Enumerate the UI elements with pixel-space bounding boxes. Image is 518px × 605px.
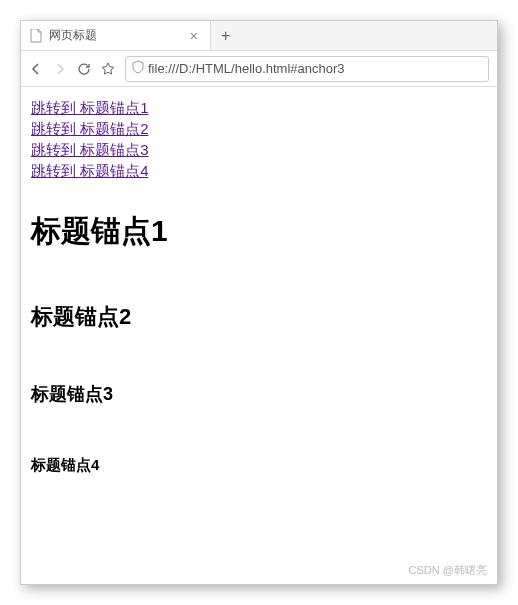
forward-button[interactable] — [53, 62, 67, 76]
page-content: 跳转到 标题锚点1 跳转到 标题锚点2 跳转到 标题锚点3 跳转到 标题锚点4 … — [21, 87, 497, 584]
anchor-link-3[interactable]: 跳转到 标题锚点3 — [31, 139, 487, 160]
heading-1: 标题锚点1 — [31, 211, 487, 252]
heading-4: 标题锚点4 — [31, 456, 487, 475]
anchor-link-4[interactable]: 跳转到 标题锚点4 — [31, 160, 487, 181]
tab-active[interactable]: 网页标题 × — [21, 21, 211, 50]
anchor-link-2[interactable]: 跳转到 标题锚点2 — [31, 118, 487, 139]
new-tab-button[interactable]: + — [211, 27, 240, 45]
browser-window: 网页标题 × + 跳转到 标题锚点1 跳转到 标题锚点2 跳转到 标题锚点3 — [20, 20, 498, 585]
nav-bar — [21, 51, 497, 87]
heading-3: 标题锚点3 — [31, 382, 487, 406]
watermark: CSDN @韩曙亮 — [409, 563, 487, 578]
heading-2: 标题锚点2 — [31, 302, 487, 332]
tab-bar: 网页标题 × + — [21, 21, 497, 51]
shield-icon — [132, 60, 144, 77]
link-list: 跳转到 标题锚点1 跳转到 标题锚点2 跳转到 标题锚点3 跳转到 标题锚点4 — [31, 97, 487, 181]
reload-button[interactable] — [77, 62, 91, 76]
url-input[interactable] — [148, 61, 482, 76]
tab-title: 网页标题 — [49, 27, 180, 44]
back-button[interactable] — [29, 62, 43, 76]
anchor-link-1[interactable]: 跳转到 标题锚点1 — [31, 97, 487, 118]
page-icon — [29, 29, 43, 43]
star-icon[interactable] — [101, 62, 115, 76]
address-bar[interactable] — [125, 56, 489, 82]
close-icon[interactable]: × — [186, 28, 202, 44]
